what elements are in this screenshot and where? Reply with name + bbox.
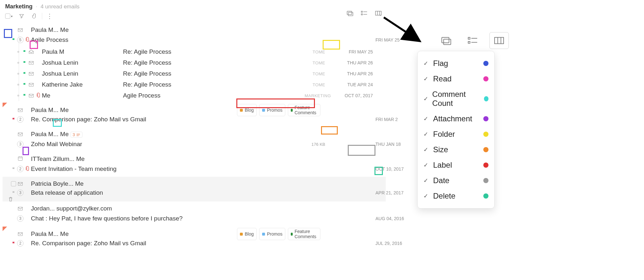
tag-label: Blog (245, 231, 254, 237)
participants-row: Paula M... Me Blog Promos Feature Commen… (3, 228, 386, 239)
date: AUG 04, 2016 (375, 216, 385, 221)
legend-item[interactable]: ✓ Folder (421, 126, 490, 142)
list-view-icon[interactable] (463, 32, 482, 49)
svg-rect-10 (29, 61, 33, 65)
envelope-icon (17, 206, 23, 211)
comment-count-badge: 3 (71, 132, 82, 138)
tag[interactable]: Blog (237, 104, 257, 116)
tag-label: Blog (245, 107, 254, 113)
thread-message[interactable]: Me Agile Process MARKETING OCT 07, 2017 (3, 90, 386, 101)
flag-icon[interactable] (12, 117, 16, 122)
svg-rect-15 (18, 133, 23, 136)
envelope-icon (17, 132, 23, 137)
legend-item[interactable]: ✓ Flag (421, 56, 490, 71)
unread-indicator (3, 103, 7, 107)
subject-row: 3 Beta release of application APR 21, 20… (3, 189, 386, 200)
flag-icon[interactable] (12, 167, 16, 171)
envelope-open-icon (28, 49, 34, 54)
flag-icon[interactable] (23, 61, 27, 65)
legend-item[interactable]: ✓ Size (421, 142, 490, 157)
legend-item[interactable]: ✓ Delete (421, 188, 490, 204)
subject: Re: Agile Process (123, 59, 249, 66)
columns-view-icon[interactable] (489, 32, 509, 49)
svg-rect-27 (444, 39, 451, 45)
folder-header: Marketing · 4 unread emails (3, 0, 386, 11)
flag-icon[interactable] (12, 191, 16, 195)
folder: MARKETING (305, 93, 327, 98)
unread-count: 4 unread emails (41, 4, 80, 10)
check-icon: ✓ (423, 131, 429, 138)
email-list-pane: Marketing · 4 unread emails ▾ ⋮ (3, 0, 386, 251)
legend-item[interactable]: ✓ Comment Count (421, 87, 490, 111)
thread-guide (19, 34, 19, 101)
column-legend-popover[interactable]: ✓ Flag ✓ Read ✓ Comment Count ✓ Attachme… (417, 51, 495, 209)
thread-count: 3 (17, 215, 24, 222)
tag-label: Promos (267, 107, 282, 113)
envelope-icon (28, 71, 34, 76)
date: FRI MAY 25 (327, 49, 375, 54)
participants-row: Patricia Boyle... Me (3, 178, 386, 189)
subject-row: 2 Re. Comparison page: Zoho Mail vs Gmai… (3, 115, 386, 126)
svg-rect-12 (29, 83, 33, 87)
date: TUE APR 24 (327, 82, 375, 87)
conversation[interactable]: Paula M... Me 5 Agile Process FRI MAY 25 (3, 23, 386, 102)
card-view-icon[interactable] (346, 10, 354, 17)
list-view-icon[interactable] (360, 10, 368, 17)
date: OCT 10, 2017 (375, 166, 385, 172)
attachment-filter-icon[interactable] (30, 13, 39, 20)
envelope-icon (17, 27, 23, 33)
filter-icon[interactable] (17, 13, 26, 20)
participants-row: Paula M... Me Blog Promos Feature Commen… (3, 104, 386, 115)
tag[interactable]: Promos (259, 228, 285, 240)
legend-label: Comment Count (432, 90, 480, 108)
check-icon: ✓ (423, 146, 429, 153)
subject: Re: Agile Process (123, 48, 249, 55)
more-menu-icon[interactable]: ⋮ (45, 13, 54, 20)
flag-icon[interactable] (23, 50, 27, 54)
conversation[interactable]: ITTeam Zillum... Me 2 Event Invitation -… (3, 152, 386, 177)
flag-icon[interactable] (23, 82, 27, 87)
legend-item[interactable]: ✓ Label (421, 157, 490, 173)
participants: Paula M... Me (31, 26, 198, 33)
envelope-icon (28, 82, 34, 87)
flag-icon[interactable] (23, 71, 27, 76)
svg-rect-14 (18, 109, 23, 112)
legend-color (483, 116, 488, 121)
sender: Joshua Lenin (42, 70, 123, 77)
columns-view-icon[interactable] (374, 10, 383, 17)
conversation[interactable]: Paula M... Me Blog Promos Feature Commen… (3, 226, 386, 251)
tag[interactable]: Promos (259, 104, 285, 116)
legend-item[interactable]: ✓ Date (421, 173, 490, 188)
tag[interactable]: Blog (237, 228, 257, 240)
participants: Paula M... Me (31, 107, 198, 114)
tag[interactable]: Feature Comments (288, 104, 320, 116)
thread-message[interactable]: Katherine Jake Re: Agile Process TOME TU… (3, 79, 386, 90)
card-view-icon[interactable] (437, 32, 456, 49)
legend-item[interactable]: ✓ Read (421, 71, 490, 87)
thread-message[interactable]: Paula M Re: Agile Process TOME FRI MAY 2… (3, 46, 386, 57)
conversation-list: Paula M... Me 5 Agile Process FRI MAY 25 (3, 23, 386, 251)
select-all-checkbox[interactable]: ▾ (5, 13, 13, 20)
legend-item[interactable]: ✓ Attachment (421, 111, 490, 126)
tag[interactable]: Feature Comments (288, 228, 320, 240)
check-icon: ✓ (423, 162, 429, 169)
conversation[interactable]: Patricia Boyle... Me 3 Beta release of a… (3, 177, 386, 201)
flag-icon[interactable] (12, 38, 16, 42)
thread-message[interactable]: Joshua Lenin Re: Agile Process TOME THU … (3, 57, 386, 68)
subject: Re: Agile Process (123, 70, 249, 77)
flag-icon[interactable] (12, 241, 16, 246)
thread-message[interactable]: Joshua Lenin Re: Agile Process TOME THU … (3, 68, 386, 79)
svg-rect-2 (361, 11, 363, 13)
svg-rect-24 (18, 207, 23, 210)
flag-icon[interactable] (23, 93, 27, 98)
svg-rect-32 (495, 37, 504, 44)
svg-rect-29 (468, 42, 470, 43)
subject: Agile Process (31, 36, 238, 43)
date: THU JAN 18 (375, 142, 385, 147)
row-checkbox[interactable] (11, 181, 16, 186)
conversation[interactable]: Paula M... Me Blog Promos Feature Commen… (3, 102, 386, 127)
conversation[interactable]: Jordan... support@zylker.com 3 Chat : He… (3, 201, 386, 226)
conversation[interactable]: Paula M... Me 3 3 Zoho Mail Webinar 176 … (3, 127, 386, 152)
svg-rect-25 (18, 233, 23, 236)
folder-title: Marketing (5, 3, 33, 10)
